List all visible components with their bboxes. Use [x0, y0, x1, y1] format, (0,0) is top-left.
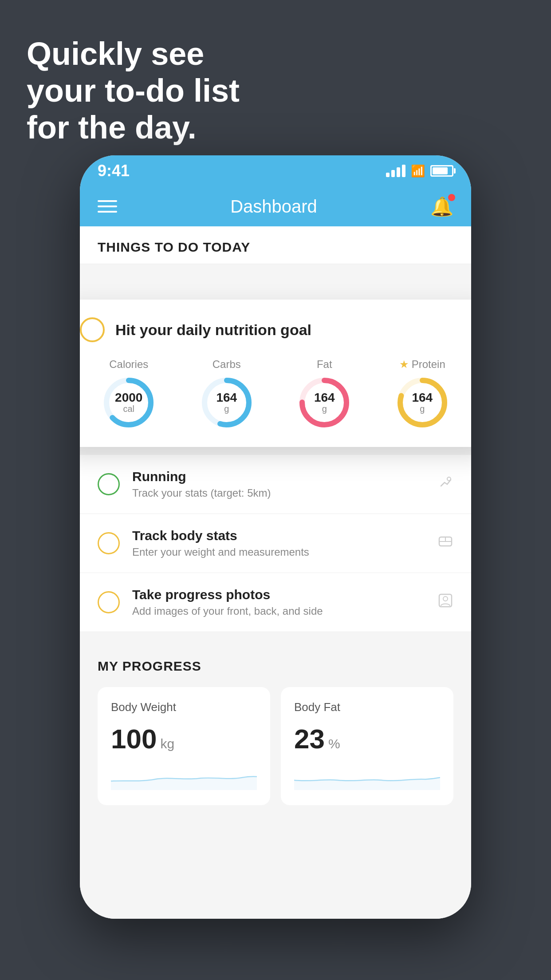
phone-frame: 9:41 📶 Dashboard 🔔: [80, 155, 471, 919]
progress-cards: Body Weight 100 kg Body Fat 23 %: [98, 687, 453, 805]
nutrition-card: Hit your daily nutrition goal Calories: [80, 300, 471, 447]
nutrition-stats: Calories 2000 cal: [80, 358, 471, 429]
fat-label: Fat: [317, 358, 332, 371]
calories-donut: 2000 cal: [102, 376, 155, 429]
check-circle: [80, 317, 105, 342]
bodystats-circle: [98, 532, 120, 554]
calories-label: Calories: [109, 358, 148, 371]
todo-item-running[interactable]: Running Track your stats (target: 5km): [80, 455, 471, 514]
hamburger-menu[interactable]: [98, 200, 117, 213]
star-icon: ★: [399, 358, 409, 371]
wifi-icon: 📶: [411, 164, 425, 178]
weight-chart: [111, 763, 257, 790]
svg-point-8: [447, 477, 451, 481]
running-name: Running: [132, 469, 425, 484]
body-weight-value: 100 kg: [111, 723, 257, 755]
phone-content: THINGS TO DO TODAY Hit your daily nutrit…: [80, 226, 471, 919]
bodystats-desc: Enter your weight and measurements: [132, 546, 425, 558]
card-header: Hit your daily nutrition goal: [80, 317, 471, 342]
fat-chart: [294, 763, 440, 790]
section-title: THINGS TO DO TODAY: [98, 240, 250, 254]
photos-desc: Add images of your front, back, and side: [132, 605, 425, 617]
body-fat-value: 23 %: [294, 723, 440, 755]
battery-icon: [430, 165, 453, 177]
photos-name: Take progress photos: [132, 587, 425, 602]
headline: Quickly see your to-do list for the day.: [27, 36, 240, 146]
body-fat-label: Body Fat: [294, 700, 440, 714]
status-time: 9:41: [98, 162, 130, 180]
body-weight-label: Body Weight: [111, 700, 257, 714]
stat-carbs: Carbs 164 g: [200, 358, 253, 429]
running-desc: Track your stats (target: 5km): [132, 487, 425, 499]
headline-line3: for the day.: [27, 109, 240, 146]
stat-protein: ★ Protein 164 g: [396, 358, 449, 429]
running-icon: [437, 474, 453, 494]
carbs-donut: 164 g: [200, 376, 253, 429]
photos-circle: [98, 591, 120, 613]
todo-list: Running Track your stats (target: 5km) T…: [80, 455, 471, 632]
status-icons: 📶: [386, 164, 453, 178]
person-icon: [437, 593, 453, 612]
running-circle: [98, 473, 120, 495]
status-bar: 9:41 📶: [80, 155, 471, 186]
signal-icon: [386, 165, 405, 177]
section-header: THINGS TO DO TODAY: [80, 226, 471, 264]
scale-icon: [437, 533, 453, 553]
body-weight-card: Body Weight 100 kg: [98, 687, 270, 805]
headline-line1: Quickly see: [27, 36, 240, 72]
fat-donut: 164 g: [298, 376, 351, 429]
progress-title: MY PROGRESS: [98, 659, 453, 674]
stat-calories: Calories 2000 cal: [102, 358, 155, 429]
protein-donut: 164 g: [396, 376, 449, 429]
todo-item-body-stats[interactable]: Track body stats Enter your weight and m…: [80, 514, 471, 573]
notification-bell[interactable]: 🔔: [430, 196, 453, 217]
notification-dot: [448, 194, 455, 201]
nav-bar: Dashboard 🔔: [80, 186, 471, 226]
bodystats-name: Track body stats: [132, 528, 425, 543]
protein-label: Protein: [412, 358, 445, 371]
carbs-label: Carbs: [213, 358, 241, 371]
progress-section: MY PROGRESS Body Weight 100 kg: [80, 641, 471, 823]
stat-fat: Fat 164 g: [298, 358, 351, 429]
body-fat-card: Body Fat 23 %: [281, 687, 453, 805]
todo-item-photos[interactable]: Take progress photos Add images of your …: [80, 573, 471, 632]
card-title: Hit your daily nutrition goal: [115, 321, 311, 339]
nav-title: Dashboard: [230, 197, 317, 217]
svg-point-13: [443, 597, 448, 601]
headline-line2: your to-do list: [27, 72, 240, 109]
